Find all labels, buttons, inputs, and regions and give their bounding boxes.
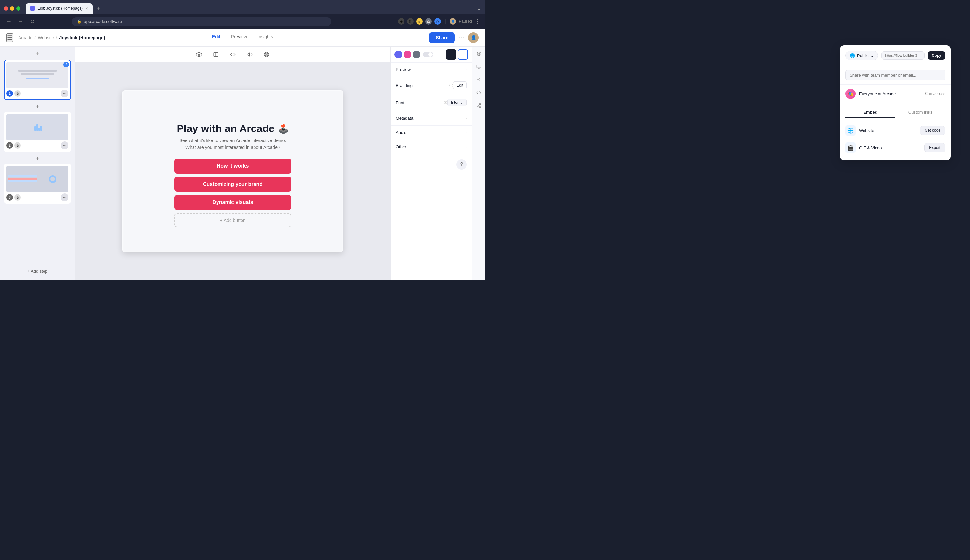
tab-close-btn[interactable]: ✕	[85, 7, 88, 10]
metadata-section: Metadata ›	[391, 111, 472, 125]
right-sidebar: Preview › Branding ⓘ Edit Font	[390, 47, 472, 280]
add-between-2-3[interactable]: +	[4, 153, 71, 163]
color-swatch-gray[interactable]	[412, 51, 421, 58]
breadcrumb-sep-1: /	[34, 35, 36, 40]
rs-top-right	[446, 49, 468, 60]
font-select[interactable]: Inter ⌄	[447, 98, 467, 107]
add-button-btn[interactable]: + Add button	[174, 213, 291, 227]
color-swatch-purple[interactable]	[394, 51, 402, 58]
url-field[interactable]: 🔒 app.arcade.software	[72, 17, 331, 26]
canvas-scroll[interactable]: Play with an Arcade 🕹️ See what it's lik…	[75, 62, 390, 280]
active-tab[interactable]: Edit: Joystick (Homepage) ✕	[26, 3, 92, 13]
steps-add-bottom: + Add step	[0, 262, 75, 280]
branding-edit-btn[interactable]: Edit	[453, 82, 467, 89]
breadcrumb-arcade[interactable]: Arcade	[18, 35, 32, 40]
dark-preview	[446, 49, 456, 60]
font-dropdown-icon: ⌄	[460, 100, 463, 105]
light-preview-selected[interactable]	[458, 49, 468, 60]
step-more-1[interactable]: ···	[61, 90, 68, 97]
choice-btn-3[interactable]: Dynamic visuals	[174, 195, 291, 210]
address-bar: ← → ↺ 🔒 app.arcade.software ⊕ ⚙ ☺ ☕ ⬡ | …	[0, 14, 485, 28]
hamburger-btn[interactable]: ☰	[7, 33, 13, 42]
audio-row[interactable]: Audio ›	[391, 125, 472, 140]
add-step-btn[interactable]: + Add step	[4, 266, 71, 276]
app-header: ☰ Arcade / Website / Joystick (Homepage)…	[0, 28, 485, 47]
preview-chevron: ›	[466, 67, 467, 72]
color-swatch-pink[interactable]	[404, 51, 411, 58]
other-chevron: ›	[466, 145, 467, 149]
other-section: Other ›	[391, 140, 472, 154]
ext-1: ⊕	[398, 18, 404, 25]
step-num-1: 1	[7, 90, 13, 97]
svg-point-13	[479, 103, 481, 105]
translate-strip-btn[interactable]	[474, 75, 483, 84]
tab-preview[interactable]: Preview	[231, 34, 247, 41]
step-more-2[interactable]: ···	[61, 142, 68, 149]
choice-btn-2[interactable]: Customizing your brand	[174, 177, 291, 192]
choice-btn-1[interactable]: How it works	[174, 159, 291, 173]
help-area: ?	[391, 154, 472, 175]
svg-marker-6	[477, 52, 481, 54]
rs-top-controls	[391, 47, 472, 63]
share-strip-btn[interactable]	[474, 101, 483, 110]
font-row: Font ⓘ Inter ⌄	[391, 94, 472, 111]
other-row[interactable]: Other ›	[391, 140, 472, 154]
back-btn[interactable]: ←	[5, 18, 13, 24]
minimize-window-btn[interactable]	[10, 7, 14, 11]
preview-row[interactable]: Preview ›	[391, 63, 472, 77]
svg-marker-0	[197, 52, 202, 55]
layers-btn[interactable]	[194, 49, 204, 60]
add-step-top-btn[interactable]: +	[0, 47, 75, 60]
breadcrumb-website[interactable]: Website	[38, 35, 54, 40]
frame-btn[interactable]	[211, 49, 221, 60]
tab-title: Edit: Joystick (Homepage)	[37, 6, 83, 11]
step-item-3[interactable]: 3 ⊙ ···	[4, 163, 71, 204]
extension-icons: ⊕ ⚙ ☺ ☕ ⬡ | 👤 Paused ⋮	[398, 18, 480, 25]
step-icon-badge-1: ⊙	[14, 90, 21, 97]
preview-section: Preview ›	[391, 63, 472, 77]
new-tab-btn[interactable]: +	[94, 4, 103, 13]
audio-btn[interactable]	[244, 49, 255, 60]
metadata-row[interactable]: Metadata ›	[391, 111, 472, 125]
window-controls	[4, 7, 20, 11]
step-meta-2: 2 ⊙ ···	[7, 142, 68, 149]
step-meta-3: 3 ⊙ ···	[7, 193, 68, 201]
ext-5: ⬡	[434, 18, 441, 25]
svg-marker-2	[247, 53, 250, 56]
header-actions: Share ··· 👤	[429, 32, 479, 43]
panel-strip-btn[interactable]	[474, 62, 483, 72]
target-btn[interactable]	[261, 49, 272, 60]
user-profile-ext[interactable]: 👤	[450, 18, 456, 25]
choice-buttons: How it works Customizing your brand Dyna…	[174, 159, 291, 227]
lock-icon: 🔒	[77, 20, 82, 24]
forward-btn[interactable]: →	[17, 18, 25, 24]
step-item-2[interactable]: 2 ⊙ ···	[4, 112, 71, 152]
more-options-btn[interactable]: ···	[459, 34, 464, 41]
browser-menu-btn[interactable]: ⋮	[475, 18, 480, 25]
maximize-window-btn[interactable]	[16, 7, 20, 11]
theme-toggle	[423, 52, 433, 57]
tab-collapse-btn[interactable]: ⌄	[477, 5, 481, 12]
share-button[interactable]: Share	[429, 32, 455, 43]
user-avatar[interactable]: 👤	[468, 32, 479, 43]
step-thumb-2	[7, 114, 68, 140]
add-between-1-2[interactable]: +	[4, 101, 71, 112]
step-icon-badge-2: ⊙	[14, 142, 21, 148]
metadata-label: Metadata	[396, 116, 466, 121]
right-icon-strip	[472, 47, 485, 280]
audio-label: Audio	[396, 130, 466, 135]
main-content: + 2 1 ⊙ ···	[0, 47, 485, 280]
theme-toggle-btn[interactable]	[423, 52, 433, 57]
layers-strip-btn[interactable]	[474, 49, 483, 58]
step-item-1[interactable]: 2 1 ⊙ ···	[4, 60, 71, 100]
close-window-btn[interactable]	[4, 7, 8, 11]
metadata-chevron: ›	[466, 116, 467, 121]
help-btn[interactable]: ?	[456, 159, 467, 170]
reload-btn[interactable]: ↺	[28, 18, 36, 25]
tab-edit[interactable]: Edit	[212, 34, 220, 41]
tab-insights[interactable]: Insights	[257, 34, 273, 41]
code-btn[interactable]	[227, 49, 238, 60]
step-more-3[interactable]: ···	[61, 193, 68, 201]
brackets-strip-btn[interactable]	[474, 88, 483, 97]
url-text: app.arcade.software	[84, 19, 122, 24]
